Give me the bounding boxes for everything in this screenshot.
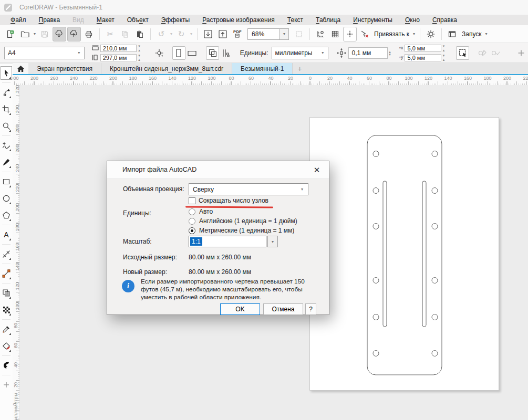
menu-item[interactable]: Файл	[4, 15, 33, 25]
landscape-orientation-button[interactable]	[185, 46, 199, 60]
rectangle-tool[interactable]	[1, 175, 12, 188]
nudge-distance-field[interactable]: 0,1 мм	[348, 47, 388, 59]
autofit-page-button[interactable]	[153, 46, 166, 60]
menu-item[interactable]: Растровые изображения	[196, 15, 281, 25]
reduce-nodes-label[interactable]: Сокращать число узлов	[199, 197, 268, 204]
text-tool[interactable]: A	[1, 228, 12, 242]
open-from-cloud-button[interactable]	[53, 27, 66, 41]
polygon-tool[interactable]	[1, 208, 12, 222]
duplicate-x-field[interactable]: 5,0 мм	[405, 45, 441, 52]
page-size-combobox[interactable]: A4▾	[4, 47, 85, 59]
menu-item[interactable]: Эффекты	[155, 15, 196, 25]
undo-caret-icon[interactable]: ▾	[170, 32, 172, 36]
cancel-button[interactable]: Отмена	[263, 303, 303, 315]
document-tab[interactable]: Безымянный-1	[232, 63, 293, 74]
pick-tool[interactable]	[1, 66, 12, 80]
launch-label[interactable]: Запуск	[462, 30, 482, 38]
open-caret-icon[interactable]: ▾	[34, 32, 36, 36]
shape-tool[interactable]	[1, 86, 12, 99]
menu-item[interactable]: Объект	[121, 15, 155, 25]
transparency-tool[interactable]	[1, 286, 12, 300]
menu-item[interactable]: Инструменты	[347, 15, 399, 25]
publish-to-pdf-button[interactable]: PDF	[231, 27, 244, 41]
duplicate-x-spinner[interactable]: ▾ ▴	[443, 44, 449, 52]
zoom-tool[interactable]	[1, 119, 12, 133]
snap-to-label[interactable]: Привязать к	[374, 30, 409, 38]
mesh-fill-tool[interactable]	[1, 303, 12, 317]
add-propbar-item-button[interactable]	[515, 46, 528, 60]
menu-item[interactable]: Справка	[426, 15, 463, 25]
print-button[interactable]	[82, 27, 96, 41]
zoom-level-value[interactable]: 68%	[247, 28, 280, 40]
duplicate-y-field[interactable]: 5,0 мм	[405, 54, 441, 61]
menu-item[interactable]: Вид	[66, 15, 90, 25]
menu-item[interactable]: Текст	[281, 15, 309, 25]
ok-button[interactable]: OK	[220, 303, 260, 315]
new-tab-button[interactable]: +	[293, 63, 306, 74]
launch-caret-icon[interactable]: ▾	[485, 32, 488, 36]
radio-metric[interactable]: Метрические (1 единица = 1 мм)	[189, 227, 294, 234]
menu-item[interactable]: Макет	[90, 15, 121, 25]
radio-english[interactable]: Английские (1 единица = 1 дюйм)	[189, 217, 297, 225]
menu-item[interactable]: Окно	[399, 15, 426, 25]
add-tool-tool[interactable]	[1, 378, 12, 392]
redo-caret-icon[interactable]: ▾	[190, 32, 192, 36]
show-guidelines-button[interactable]	[343, 27, 357, 41]
page-width-field[interactable]: 210,0 мм	[100, 45, 137, 52]
scale-caret-icon[interactable]: ▾	[267, 236, 278, 247]
dimension-tool[interactable]	[1, 247, 12, 261]
fullscreen-preview-button[interactable]	[292, 27, 306, 41]
width-spinner[interactable]: ▾ ▴	[138, 44, 144, 52]
show-grid-button[interactable]	[328, 27, 342, 41]
bracket-drawing[interactable]	[310, 118, 500, 391]
height-spinner[interactable]: ▾ ▴	[138, 54, 144, 62]
dialog-close-icon[interactable]: ✕	[312, 165, 322, 175]
document-tab[interactable]: Кронштейн сиденья_нерж3мм_8шт.cdr	[101, 63, 232, 74]
projection-combobox[interactable]: Сверху▾	[189, 183, 308, 195]
home-tab-button[interactable]	[13, 63, 28, 74]
artistic-media-tool[interactable]	[1, 155, 12, 169]
crop-tool[interactable]	[1, 102, 12, 116]
open-button[interactable]	[18, 27, 32, 41]
zoom-caret-icon[interactable]: ▾	[280, 28, 289, 40]
page-height-field[interactable]: 297,0 мм	[100, 54, 137, 61]
duplicate-y-spinner[interactable]: ▾ ▴	[443, 54, 449, 62]
snap-to-caret-icon[interactable]: ▾	[413, 32, 415, 36]
menu-item[interactable]: Таблица	[309, 15, 347, 25]
portrait-orientation-button[interactable]	[172, 46, 185, 60]
launch-button[interactable]	[446, 27, 459, 41]
interactive-fill-tool[interactable]	[1, 339, 12, 353]
show-rulers-button[interactable]	[314, 27, 327, 41]
cut-button[interactable]: ✂	[103, 27, 117, 41]
connector-tool[interactable]	[1, 267, 12, 280]
ellipse-tool[interactable]	[1, 192, 12, 205]
vertical-ruler[interactable]: миллиметры 32030028026024022020018016014…	[13, 85, 20, 420]
snap-off-button[interactable]	[358, 27, 371, 41]
reduce-nodes-checkbox[interactable]	[189, 197, 195, 204]
save-button[interactable]	[38, 27, 51, 41]
treat-as-filled-button[interactable]	[456, 46, 469, 60]
macro-button-2[interactable]	[489, 46, 502, 60]
redo-button[interactable]: ↻	[174, 27, 188, 41]
document-page[interactable]	[309, 117, 499, 391]
new-document-button[interactable]	[3, 27, 17, 41]
zoom-level-combobox[interactable]: 68% ▾	[247, 28, 289, 40]
help-button[interactable]: ?	[305, 303, 316, 315]
scale-combobox[interactable]: 1:1	[189, 236, 266, 247]
export-button[interactable]	[216, 27, 230, 41]
radio-auto[interactable]: Авто	[189, 208, 213, 215]
document-tab[interactable]: Экран приветствия	[28, 63, 101, 74]
units-combobox[interactable]: миллиметры▾	[272, 47, 329, 59]
macro-button-1[interactable]	[475, 46, 489, 60]
facing-pages-layout-button[interactable]	[219, 46, 232, 60]
nudge-spinner[interactable]: ▴▾	[389, 50, 391, 56]
paste-button[interactable]	[133, 27, 147, 41]
eyedropper-tool[interactable]	[1, 322, 12, 336]
freehand-tool[interactable]	[1, 139, 12, 152]
options-gear-button[interactable]	[424, 27, 438, 41]
undo-button[interactable]: ↺	[154, 27, 168, 41]
save-to-cloud-button[interactable]	[67, 27, 81, 41]
import-button[interactable]	[201, 27, 215, 41]
fill-tool[interactable]	[1, 359, 12, 372]
all-pages-layout-button[interactable]	[206, 46, 219, 60]
